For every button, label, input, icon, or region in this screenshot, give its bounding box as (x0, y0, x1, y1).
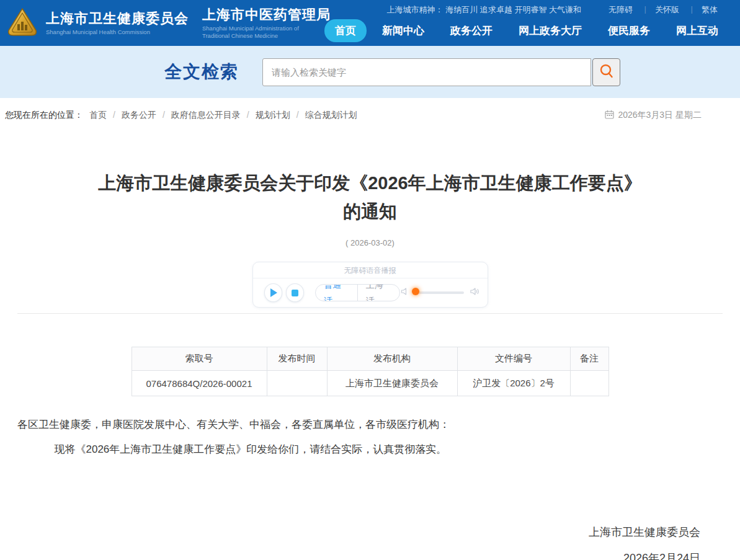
nav-news-center[interactable]: 新闻中心 (372, 19, 435, 42)
meta-value-remarks (570, 371, 608, 396)
org2-name-en-line2: Traditional Chinese Medicine (202, 32, 331, 40)
breadcrumb-government-affairs[interactable]: 政务公开 (122, 110, 165, 121)
breadcrumb-home[interactable]: 首页 (89, 110, 115, 121)
document-body: 各区卫生健康委，申康医院发展中心、有关大学、中福会，各委直属单位，各市级医疗机构… (17, 412, 723, 462)
accessibility-audio-player: 无障碍语音播报 普通话 上海话 (252, 262, 488, 308)
breadcrumb-info-disclosure-directory[interactable]: 政府信息公开目录 (171, 110, 249, 121)
current-date: 2026年3月3日 星期二 (605, 110, 702, 121)
signature-date: 2026年2月24日 (17, 545, 700, 560)
addressee-paragraph: 各区卫生健康委，申康医院发展中心、有关大学、中福会，各委直属单位，各市级医疗机构… (17, 412, 723, 437)
language-shanghainese-option[interactable]: 上海话 (357, 284, 399, 301)
nav-government-affairs[interactable]: 政务公开 (440, 19, 503, 42)
site-logo-icon (5, 6, 40, 40)
breadcrumb: 您现在所在的位置： 首页 政务公开 政府信息公开目录 规划计划 综合规划计划 (5, 110, 357, 121)
org-health-commission: 上海市卫生健康委员会 Shanghai Municipal Health Com… (46, 11, 189, 36)
language-toggle: 普通话 上海话 (315, 284, 399, 301)
meta-header-issuing-agency: 发布机构 (327, 347, 457, 371)
meta-value-issuing-agency: 上海市卫生健康委员会 (327, 371, 457, 396)
nav-home[interactable]: 首页 (324, 19, 367, 42)
org2-name: 上海市中医药管理局 (202, 7, 331, 23)
document-meta-table: 索取号 发布时间 发布机构 文件编号 备注 076478684Q/2026-00… (132, 347, 609, 396)
volume-down-icon (400, 287, 410, 299)
volume-knob[interactable] (412, 288, 419, 295)
breadcrumb-row: 您现在所在的位置： 首页 政务公开 政府信息公开目录 规划计划 综合规划计划 2… (0, 98, 740, 133)
care-version-link[interactable]: 关怀版 (644, 4, 690, 16)
meta-table-header-row: 索取号 发布时间 发布机构 文件编号 备注 (132, 347, 608, 371)
language-mandarin-option[interactable]: 普通话 (316, 284, 357, 301)
search-input[interactable] (262, 58, 591, 86)
org1-name: 上海市卫生健康委员会 (46, 11, 189, 27)
volume-slider[interactable] (416, 291, 464, 294)
breadcrumb-comprehensive-planning[interactable]: 综合规划计划 (305, 110, 357, 121)
main-nav: 首页 新闻中心 政务公开 网上政务大厅 便民服务 网上互动 (324, 19, 729, 42)
section-divider (17, 313, 723, 314)
nav-public-services[interactable]: 便民服务 (597, 19, 661, 42)
org-tcm-administration: 上海市中医药管理局 Shanghai Municipal Administrat… (202, 7, 331, 40)
play-button[interactable] (264, 283, 282, 302)
nav-online-interaction[interactable]: 网上互动 (666, 19, 729, 42)
article: 上海市卫生健康委员会关于印发《2026年上海市卫生健康工作要点》的通知 ( 20… (0, 169, 740, 560)
current-date-label: 2026年3月3日 星期二 (618, 110, 702, 121)
search-band: 全文检索 (0, 46, 740, 98)
volume-up-icon (470, 287, 480, 299)
article-title: 上海市卫生健康委员会关于印发《2026年上海市卫生健康工作要点》的通知 (91, 169, 649, 226)
meta-table-data-row: 076478684Q/2026-00021 上海市卫生健康委员会 沪卫发〔202… (132, 371, 608, 396)
search-icon (599, 63, 615, 81)
city-motto: 上海城市精神： 海纳百川 追求卓越 开明睿智 大气谦和 (387, 4, 581, 16)
site-header: 上海市卫生健康委员会 Shanghai Municipal Health Com… (0, 0, 740, 46)
breadcrumb-prefix: 您现在所在的位置： (5, 110, 83, 121)
meta-header-index-number: 索取号 (132, 347, 267, 371)
meta-header-remarks: 备注 (570, 347, 608, 371)
breadcrumb-planning[interactable]: 规划计划 (256, 110, 299, 121)
meta-value-document-number: 沪卫发〔2026〕2号 (457, 371, 570, 396)
nav-online-service-hall[interactable]: 网上政务大厅 (508, 19, 592, 42)
meta-header-publish-time: 发布时间 (267, 347, 327, 371)
traditional-chinese-link[interactable]: 繁体 (690, 4, 729, 16)
signature-org: 上海市卫生健康委员会 (17, 519, 700, 545)
accessibility-link[interactable]: 无障碍 (597, 4, 644, 16)
meta-header-document-number: 文件编号 (457, 347, 570, 371)
audio-player-title: 无障碍语音播报 (253, 262, 488, 278)
article-publish-date: ( 2026-03-02) (17, 238, 723, 247)
signature-block: 上海市卫生健康委员会 2026年2月24日 (17, 519, 723, 560)
notice-paragraph: 现将《2026年上海市卫生健康工作要点》印发给你们，请结合实际，认真贯彻落实。 (17, 437, 723, 462)
search-button[interactable] (592, 58, 620, 86)
meta-value-publish-time (267, 371, 327, 396)
meta-value-index-number: 076478684Q/2026-00021 (132, 371, 267, 396)
stop-button[interactable] (286, 283, 304, 302)
org1-name-en: Shanghai Municipal Health Commission (46, 29, 189, 36)
org2-name-en-line1: Shanghai Municipal Administration of (202, 25, 331, 32)
play-icon (270, 288, 277, 297)
calendar-icon (605, 110, 614, 121)
search-label: 全文检索 (164, 60, 239, 84)
stop-icon (292, 290, 298, 296)
